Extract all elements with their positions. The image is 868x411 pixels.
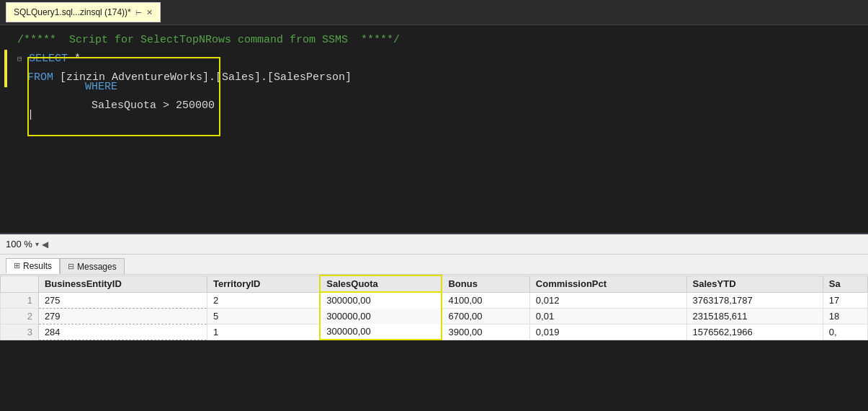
cell-terr-2: 5	[207, 308, 321, 324]
row-num-2: 2	[1, 308, 39, 324]
results-tabs: ⊞ Results ⊟ Messages	[0, 255, 868, 275]
cursor: |	[27, 106, 34, 125]
col-header-beid: BusinessEntityID	[38, 275, 207, 292]
cell-comm-2: 0,01	[529, 308, 686, 324]
cell-ytd-2: 2315185,611	[686, 308, 823, 324]
col-header-rownum	[1, 275, 39, 292]
pin-icon[interactable]: ⊢	[135, 9, 142, 17]
col-header-ytd: SalesYTD	[686, 275, 823, 292]
comment-text: /***** Script for SelectTopNRows command…	[17, 31, 400, 50]
cell-bonus-2: 6700,00	[442, 308, 529, 324]
cell-terr-3: 1	[207, 324, 321, 340]
zoom-dropdown[interactable]: ▾	[35, 240, 39, 248]
col-header-bonus: Bonus	[442, 275, 529, 292]
line-indicator	[0, 25, 12, 233]
table-header-row: BusinessEntityID TerritoryID SalesQuota …	[1, 275, 868, 292]
cell-terr-1: 2	[207, 292, 321, 308]
cell-bonus-3: 3900,00	[442, 324, 529, 340]
code-line-1: /***** Script for SelectTopNRows command…	[17, 31, 868, 50]
collapse-icon[interactable]: ⊟	[17, 50, 27, 68]
code-line-4: WHERE SalesQuota > 250000	[17, 87, 868, 106]
close-icon[interactable]: ✕	[146, 8, 153, 17]
cell-ytd-3: 1576562,1966	[686, 324, 823, 340]
title-bar: SQLQuery1.sql...zinsql (174))* ⊢ ✕	[0, 0, 868, 25]
results-table: BusinessEntityID TerritoryID SalesQuota …	[0, 275, 868, 340]
row-num-1: 1	[1, 292, 39, 308]
cell-comm-3: 0,019	[529, 324, 686, 340]
cell-ytd-1: 3763178,1787	[686, 292, 823, 308]
results-tab-label: Results	[23, 261, 52, 271]
cell-quota-3: 300000,00	[320, 324, 442, 340]
where-highlight-box: WHERE SalesQuota > 250000	[27, 57, 220, 136]
editor-tab[interactable]: SQLQuery1.sql...zinsql (174))* ⊢ ✕	[6, 2, 161, 22]
cell-quota-2: 300000,00	[320, 308, 442, 324]
cell-bonus-1: 4100,00	[442, 292, 529, 308]
cell-sa-1: 17	[823, 292, 867, 308]
tab-label: SQLQuery1.sql...zinsql (174))*	[14, 7, 131, 17]
col-header-sa: Sa	[823, 275, 867, 292]
editor-area: /***** Script for SelectTopNRows command…	[0, 25, 868, 234]
where-keyword: WHERE	[85, 81, 117, 93]
table-row: 2 279 5 300000,00 6700,00 0,01 2315185,6…	[1, 308, 868, 324]
table-row: 1 275 2 300000,00 4100,00 0,012 3763178,…	[1, 292, 868, 308]
cell-beid-2: 279	[38, 308, 207, 324]
results-area: BusinessEntityID TerritoryID SalesQuota …	[0, 275, 868, 340]
col-header-terr: TerritoryID	[207, 275, 321, 292]
tab-messages[interactable]: ⊟ Messages	[60, 258, 125, 274]
cell-sa-2: 18	[823, 308, 867, 324]
messages-tab-icon: ⊟	[68, 262, 74, 271]
col-header-quota: SalesQuota	[320, 275, 442, 292]
row-num-3: 3	[1, 324, 39, 340]
zoom-left-arrow[interactable]: ◀	[42, 239, 48, 249]
results-tab-icon: ⊞	[14, 261, 20, 270]
cell-sa-3: 0,	[823, 324, 867, 340]
collapse-bar	[4, 50, 7, 87]
code-content[interactable]: /***** Script for SelectTopNRows command…	[12, 25, 868, 233]
cell-quota-1: 300000,00	[320, 292, 442, 308]
cell-comm-1: 0,012	[529, 292, 686, 308]
tab-results[interactable]: ⊞ Results	[6, 258, 60, 274]
zoom-value: 100 %	[6, 239, 32, 249]
table-row: 3 284 1 300000,00 3900,00 0,019 1576562,…	[1, 324, 868, 340]
cell-beid-3: 284	[38, 324, 207, 340]
where-rest: SalesQuota > 250000	[85, 100, 215, 112]
zoom-bar: 100 % ▾ ◀	[0, 234, 868, 255]
messages-tab-label: Messages	[77, 262, 117, 272]
cell-beid-1: 275	[38, 292, 207, 308]
col-header-comm: CommissionPct	[529, 275, 686, 292]
